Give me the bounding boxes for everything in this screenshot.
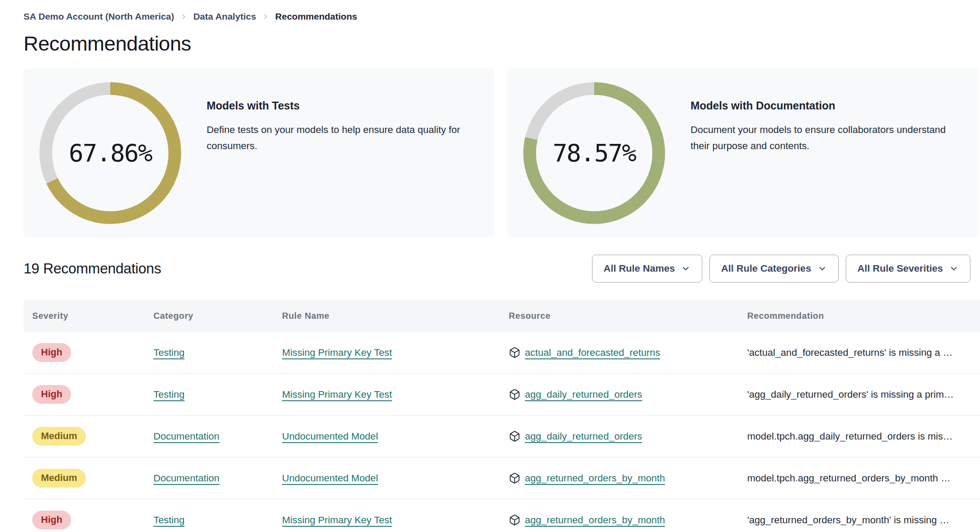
column-header-rule-name: Rule Name	[273, 300, 500, 332]
resource-link[interactable]: agg_daily_returned_orders	[525, 389, 642, 400]
table-row: Medium Documentation Undocumented Model …	[24, 416, 980, 457]
resource-link[interactable]: agg_returned_orders_by_month	[525, 473, 665, 484]
severity-badge: Medium	[32, 427, 86, 445]
chevron-down-icon	[949, 264, 959, 273]
table-header-row: Severity Category Rule Name Resource Rec…	[24, 300, 980, 332]
list-header: 19 Recommendations All Rule Names All Ru…	[24, 255, 970, 283]
category-link[interactable]: Testing	[153, 389, 184, 400]
rule-name-link[interactable]: Missing Primary Key Test	[282, 347, 392, 358]
table-row: High Testing Missing Primary Key Test ac…	[24, 332, 980, 374]
model-cube-icon	[509, 514, 521, 526]
rule-name-link[interactable]: Undocumented Model	[282, 473, 378, 484]
table-row: High Testing Missing Primary Key Test ag…	[24, 374, 980, 416]
table-row: Medium Documentation Undocumented Model …	[24, 457, 980, 499]
documentation-percent-value: 78.57%	[522, 81, 666, 225]
documentation-donut-chart: 78.57%	[522, 81, 666, 225]
chevron-down-icon	[681, 264, 691, 273]
models-with-documentation-card: 78.57% Models with Documentation Documen…	[507, 68, 978, 237]
breadcrumb-current: Recommendations	[275, 11, 357, 22]
breadcrumb: SA Demo Account (North America) › Data A…	[24, 10, 980, 23]
category-link[interactable]: Testing	[153, 347, 184, 358]
resource-link[interactable]: agg_daily_returned_orders	[525, 431, 642, 442]
card-title: Models with Tests	[207, 99, 460, 112]
severity-badge: High	[32, 511, 71, 529]
model-cube-icon	[509, 472, 521, 484]
chevron-right-icon: ›	[182, 10, 185, 22]
recommendation-text: 'actual_and_forecasted_returns' is missi…	[747, 347, 953, 358]
chevron-down-icon	[817, 264, 827, 273]
card-description: Define tests on your models to help ensu…	[207, 122, 460, 154]
resource-link[interactable]: actual_and_forecasted_returns	[525, 347, 660, 358]
column-header-severity: Severity	[24, 300, 145, 332]
severity-badge: High	[32, 343, 71, 361]
models-with-tests-card: 67.86% Models with Tests Define tests on…	[24, 68, 494, 237]
rule-name-link[interactable]: Missing Primary Key Test	[282, 389, 392, 400]
rule-name-link[interactable]: Undocumented Model	[282, 431, 378, 442]
table-row: High Testing Missing Primary Key Test ag…	[24, 499, 980, 532]
breadcrumb-project-link[interactable]: Data Analytics	[193, 11, 256, 22]
recommendations-page: SA Demo Account (North America) › Data A…	[0, 0, 980, 532]
breadcrumb-account-link[interactable]: SA Demo Account (North America)	[24, 11, 174, 22]
column-header-recommendation: Recommendation	[738, 300, 980, 332]
rule-severities-filter[interactable]: All Rule Severities	[846, 255, 970, 283]
category-link[interactable]: Testing	[153, 515, 184, 525]
model-cube-icon	[509, 347, 521, 358]
model-cube-icon	[509, 430, 521, 442]
recommendations-table: Severity Category Rule Name Resource Rec…	[24, 300, 980, 532]
severity-badge: Medium	[32, 469, 86, 487]
resource-link[interactable]: agg_returned_orders_by_month	[525, 515, 665, 526]
metric-cards: 67.86% Models with Tests Define tests on…	[24, 68, 978, 237]
page-title: Recommendations	[24, 31, 980, 55]
tests-donut-chart: 67.86%	[38, 81, 182, 225]
recommendation-text: 'agg_returned_orders_by_month' is missin…	[747, 515, 949, 525]
severity-badge: High	[32, 385, 71, 403]
column-header-category: Category	[145, 300, 273, 332]
model-cube-icon	[509, 389, 521, 400]
category-link[interactable]: Documentation	[153, 473, 219, 484]
recommendation-text: 'agg_daily_returned_orders' is missing a…	[747, 389, 954, 400]
rule-categories-filter[interactable]: All Rule Categories	[709, 255, 838, 283]
category-link[interactable]: Documentation	[153, 431, 219, 442]
chevron-right-icon: ›	[264, 10, 267, 22]
recommendation-text: model.tpch.agg_returned_orders_by_month …	[747, 473, 951, 484]
card-title: Models with Documentation	[691, 99, 946, 112]
tests-percent-value: 67.86%	[38, 81, 182, 225]
filter-bar: All Rule Names All Rule Categories All R…	[592, 255, 970, 283]
rule-name-link[interactable]: Missing Primary Key Test	[282, 515, 392, 525]
card-description: Document your models to ensure collabora…	[691, 122, 946, 154]
column-header-resource: Resource	[500, 300, 738, 332]
recommendation-text: model.tpch.agg_daily_returned_orders is …	[747, 431, 953, 442]
recommendations-count: 19 Recommendations	[24, 260, 161, 277]
rule-names-filter[interactable]: All Rule Names	[592, 255, 703, 283]
